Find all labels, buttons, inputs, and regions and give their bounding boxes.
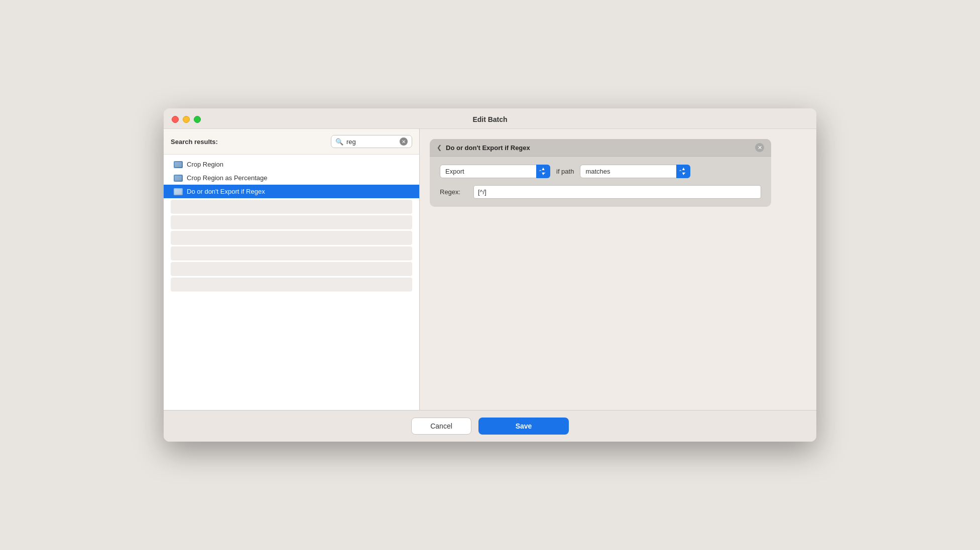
- titlebar: Edit Batch: [164, 108, 816, 129]
- collapse-button[interactable]: ❮: [437, 144, 442, 151]
- regex-label: Regex:: [440, 188, 467, 196]
- search-icon: 🔍: [335, 138, 343, 146]
- item-icon: [174, 161, 183, 168]
- close-button[interactable]: [172, 116, 179, 123]
- list-item[interactable]: Crop Region: [164, 158, 419, 171]
- placeholder-row: [171, 215, 412, 229]
- export-select[interactable]: Export Don't Export: [440, 165, 550, 178]
- condition-close-button[interactable]: ✕: [755, 143, 764, 152]
- results-list: Crop Region Crop Region as Percentage Do…: [164, 155, 419, 410]
- window-body: Search results: 🔍 ✕ Crop Region Crop Reg…: [164, 129, 816, 410]
- main-window: Edit Batch Search results: 🔍 ✕ Crop Regi…: [164, 108, 816, 442]
- list-item-selected[interactable]: Do or don't Export if Regex: [164, 185, 419, 198]
- condition-title: Do or don't Export if Regex: [446, 144, 530, 152]
- export-dropdown-wrapper: Export Don't Export ▲ ▼: [440, 165, 550, 178]
- search-input[interactable]: [346, 138, 397, 146]
- window-title: Edit Batch: [472, 115, 507, 123]
- matches-select[interactable]: matches does not match: [580, 165, 690, 178]
- placeholder-row: [171, 246, 412, 260]
- placeholder-row: [171, 231, 412, 245]
- condition-header: ❮ Do or don't Export if Regex ✕: [430, 139, 771, 157]
- item-icon: [174, 175, 183, 182]
- search-results-label: Search results:: [171, 138, 218, 146]
- minimize-button[interactable]: [183, 116, 190, 123]
- traffic-lights: [172, 116, 201, 123]
- search-header: Search results: 🔍 ✕: [164, 129, 419, 155]
- placeholder-row: [171, 200, 412, 214]
- matches-dropdown-wrapper: matches does not match ▲ ▼: [580, 165, 690, 178]
- condition-header-left: ❮ Do or don't Export if Regex: [437, 144, 530, 152]
- placeholder-row: [171, 262, 412, 276]
- maximize-button[interactable]: [194, 116, 201, 123]
- save-button[interactable]: Save: [478, 418, 569, 435]
- list-item-label: Do or don't Export if Regex: [187, 188, 265, 195]
- list-item-label: Crop Region as Percentage: [187, 174, 267, 182]
- regex-input[interactable]: [473, 185, 761, 199]
- right-panel: ❮ Do or don't Export if Regex ✕ Export D…: [420, 129, 816, 410]
- list-item[interactable]: Crop Region as Percentage: [164, 171, 419, 185]
- item-icon: [174, 188, 183, 195]
- footer: Cancel Save: [164, 410, 816, 442]
- list-item-label: Crop Region: [187, 161, 223, 168]
- condition-body: Export Don't Export ▲ ▼ if path matc: [430, 157, 771, 207]
- search-clear-button[interactable]: ✕: [400, 138, 408, 146]
- cancel-button[interactable]: Cancel: [411, 418, 471, 435]
- condition-row-main: Export Don't Export ▲ ▼ if path matc: [440, 165, 761, 178]
- search-box: 🔍 ✕: [331, 135, 412, 148]
- left-panel: Search results: 🔍 ✕ Crop Region Crop Reg…: [164, 129, 420, 410]
- condition-card: ❮ Do or don't Export if Regex ✕ Export D…: [430, 139, 771, 207]
- condition-row-regex: Regex:: [440, 185, 761, 199]
- placeholder-row: [171, 278, 412, 292]
- if-path-label: if path: [556, 168, 574, 175]
